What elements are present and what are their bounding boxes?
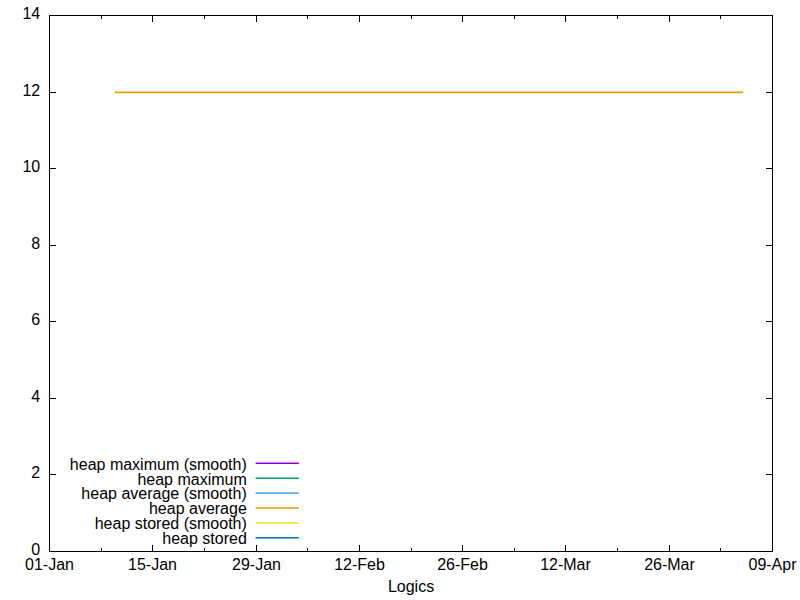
svg-text:8: 8 [31, 235, 40, 252]
svg-text:14: 14 [22, 5, 40, 22]
svg-text:01-Jan: 01-Jan [25, 556, 74, 573]
svg-text:12-Mar: 12-Mar [540, 556, 591, 573]
svg-text:Logics: Logics [388, 578, 434, 595]
svg-text:12: 12 [22, 82, 40, 99]
svg-text:2: 2 [31, 464, 40, 481]
svg-text:12-Feb: 12-Feb [334, 556, 385, 573]
svg-text:09-Apr: 09-Apr [748, 556, 797, 573]
svg-text:26-Feb: 26-Feb [437, 556, 488, 573]
svg-text:4: 4 [31, 388, 40, 405]
svg-text:15-Jan: 15-Jan [128, 556, 177, 573]
svg-text:26-Mar: 26-Mar [644, 556, 695, 573]
svg-text:heap stored: heap stored [162, 530, 247, 547]
svg-text:10: 10 [22, 158, 40, 175]
svg-text:29-Jan: 29-Jan [232, 556, 281, 573]
svg-text:6: 6 [31, 311, 40, 328]
